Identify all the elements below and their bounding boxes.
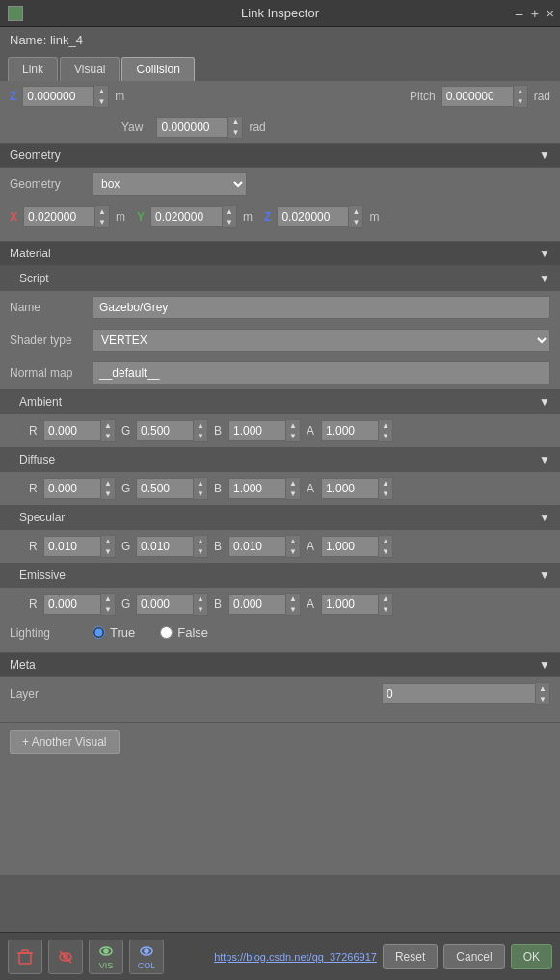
emissive-b-spinbox[interactable]: ▲▼ [228,593,301,616]
visual-button[interactable]: VIS [89,940,123,974]
da-up[interactable]: ▲ [379,478,392,489]
ab-dn[interactable]: ▼ [286,431,300,441]
pitch-down-btn[interactable]: ▼ [514,96,527,107]
ea-dn[interactable]: ▼ [379,604,392,615]
diffuse-section-header[interactable]: Diffuse ▼ [0,447,560,472]
tab-link[interactable]: Link [8,57,58,81]
dr-dn[interactable]: ▼ [101,489,115,499]
dr-up[interactable]: ▲ [101,478,115,489]
collision-button[interactable]: COL [129,940,164,974]
ok-button[interactable]: OK [511,944,552,969]
specular-g-input[interactable] [136,536,194,557]
db-dn[interactable]: ▼ [286,489,300,499]
er-up[interactable]: ▲ [101,594,115,604]
emissive-a-input[interactable] [321,594,379,615]
hide-button[interactable] [48,940,83,974]
specular-b-input[interactable] [228,536,286,557]
reset-button[interactable]: Reset [383,944,438,969]
eg-dn[interactable]: ▼ [194,604,207,615]
ambient-section-header[interactable]: Ambient ▼ [0,389,560,414]
geo-x-up[interactable]: ▲ [95,206,109,217]
z-spinbox-btns[interactable]: ▲ ▼ [94,85,109,108]
ag-dn[interactable]: ▼ [194,431,207,441]
geo-z-down[interactable]: ▼ [349,217,362,227]
ambient-g-input[interactable] [136,420,194,441]
geo-z-spinbox[interactable]: ▲ ▼ [277,205,363,228]
z-input[interactable] [22,86,94,107]
ar-up[interactable]: ▲ [101,420,115,431]
normal-map-input[interactable] [93,361,550,384]
sr-up[interactable]: ▲ [101,536,115,546]
diffuse-r-spinbox[interactable]: ▲▼ [43,477,116,500]
yaw-down-btn[interactable]: ▼ [228,127,242,138]
geo-y-spinbox[interactable]: ▲ ▼ [150,205,237,228]
geo-z-btns[interactable]: ▲ ▼ [349,205,363,228]
cancel-button[interactable]: Cancel [443,944,504,969]
ea-up[interactable]: ▲ [379,594,392,604]
emissive-g-spinbox[interactable]: ▲▼ [136,593,208,616]
ambient-r-input[interactable] [43,420,101,441]
material-section-header[interactable]: Material ▼ [0,241,560,266]
geo-y-up[interactable]: ▲ [223,206,236,217]
layer-down[interactable]: ▼ [536,694,549,704]
geo-z-up[interactable]: ▲ [349,206,362,217]
geo-x-spinbox[interactable]: ▲ ▼ [23,205,110,228]
db-up[interactable]: ▲ [286,478,300,489]
geo-y-input[interactable] [150,206,223,227]
sg-dn[interactable]: ▼ [194,546,207,557]
layer-input[interactable] [382,683,536,704]
sr-dn[interactable]: ▼ [101,546,115,557]
pitch-spinbox[interactable]: ▲ ▼ [441,85,528,108]
geo-y-btns[interactable]: ▲ ▼ [223,205,237,228]
emissive-g-input[interactable] [136,594,194,615]
script-section-header[interactable]: Script ▼ [0,266,560,291]
minimize-button[interactable]: – [516,6,523,21]
sa-dn[interactable]: ▼ [379,546,392,557]
yaw-up-btn[interactable]: ▲ [228,117,242,127]
geometry-section-header[interactable]: Geometry ▼ [0,143,560,168]
yaw-spinbox-btns[interactable]: ▲ ▼ [228,116,243,139]
emissive-b-input[interactable] [228,594,286,615]
emissive-a-spinbox[interactable]: ▲▼ [321,593,393,616]
ambient-b-spinbox[interactable]: ▲▼ [228,419,301,442]
diffuse-g-input[interactable] [136,478,194,499]
diffuse-r-input[interactable] [43,478,101,499]
specular-b-spinbox[interactable]: ▲▼ [228,535,301,558]
geo-x-btns[interactable]: ▲ ▼ [95,205,110,228]
lighting-false-option[interactable]: False [160,625,208,640]
diffuse-a-input[interactable] [321,478,379,499]
z-down-btn[interactable]: ▼ [94,96,108,107]
close-button[interactable]: × [547,6,554,21]
layer-up[interactable]: ▲ [536,683,549,694]
specular-g-spinbox[interactable]: ▲▼ [136,535,208,558]
geo-x-down[interactable]: ▼ [95,217,109,227]
lighting-false-radio[interactable] [160,626,173,639]
pitch-up-btn[interactable]: ▲ [514,86,527,96]
diffuse-b-input[interactable] [228,478,286,499]
geo-x-input[interactable] [23,206,95,227]
dg-up[interactable]: ▲ [194,478,207,489]
emissive-section-header[interactable]: Emissive ▼ [0,563,560,588]
ar-dn[interactable]: ▼ [101,431,115,441]
maximize-button[interactable]: + [531,6,539,21]
pitch-input[interactable] [441,86,514,107]
pitch-spinbox-btns[interactable]: ▲ ▼ [514,85,528,108]
diffuse-g-spinbox[interactable]: ▲▼ [136,477,208,500]
er-dn[interactable]: ▼ [101,604,115,615]
dg-dn[interactable]: ▼ [194,489,207,499]
eg-up[interactable]: ▲ [194,594,207,604]
status-url[interactable]: https://blog.csdn.net/qq_37266917 [214,951,377,963]
specular-r-spinbox[interactable]: ▲▼ [43,535,116,558]
sa-up[interactable]: ▲ [379,536,392,546]
specular-section-header[interactable]: Specular ▼ [0,505,560,530]
window-controls[interactable]: – + × [516,6,554,21]
eb-dn[interactable]: ▼ [286,604,300,615]
emissive-r-spinbox[interactable]: ▲▼ [43,593,116,616]
specular-a-input[interactable] [321,536,379,557]
sg-up[interactable]: ▲ [194,536,207,546]
ambient-r-spinbox[interactable]: ▲▼ [43,419,116,442]
tab-collision[interactable]: Collision [121,57,194,81]
yaw-input[interactable] [156,117,228,138]
lighting-true-option[interactable]: True [93,625,135,640]
shader-type-select[interactable]: VERTEX PIXEL [93,329,550,352]
